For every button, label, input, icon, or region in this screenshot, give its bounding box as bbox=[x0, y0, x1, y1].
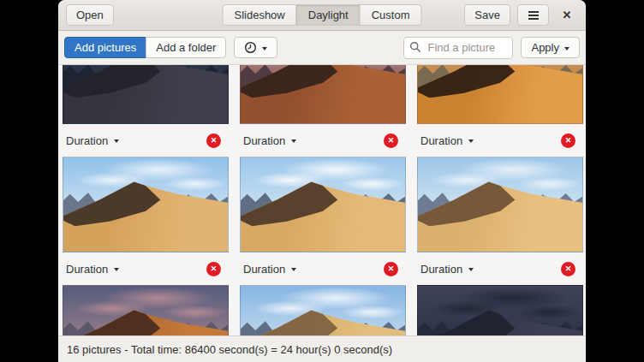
remove-icon: ✕ bbox=[211, 265, 218, 273]
statusbar: 16 pictures - Total time: 86400 second(s… bbox=[58, 335, 586, 362]
save-button[interactable]: Save bbox=[464, 4, 510, 26]
picture-controls: Duration ✕ bbox=[417, 124, 583, 157]
delete-picture-button[interactable]: ✕ bbox=[384, 262, 398, 276]
picture-thumbnail-mojave-evening bbox=[240, 285, 406, 335]
toolbar: Add pictures Add a folder Apply bbox=[58, 31, 586, 65]
search-box bbox=[403, 37, 513, 59]
delete-picture-button[interactable]: ✕ bbox=[206, 262, 221, 276]
apply-button-label: Apply bbox=[531, 41, 559, 54]
remove-icon: ✕ bbox=[565, 137, 572, 145]
picture-thumbnail-mojave-afternoon bbox=[417, 157, 583, 252]
picture-cell: Duration ✕ bbox=[63, 285, 229, 335]
remove-icon: ✕ bbox=[388, 265, 395, 273]
picture-thumbnail-mojave-sunset bbox=[63, 285, 229, 335]
chevron-down-icon bbox=[262, 47, 267, 53]
picture-thumbnail-mojave-sunrise bbox=[417, 65, 583, 124]
delete-picture-button[interactable]: ✕ bbox=[384, 134, 398, 148]
delete-picture-button[interactable]: ✕ bbox=[206, 134, 221, 148]
chevron-down-icon bbox=[468, 139, 474, 145]
picture-controls: Duration ✕ bbox=[240, 252, 406, 285]
headerbar: Open Slideshow Daylight Custom Save ✕ bbox=[58, 0, 586, 31]
picture-cell: Duration ✕ bbox=[240, 157, 406, 285]
delete-picture-button[interactable]: ✕ bbox=[561, 134, 575, 148]
add-buttons-group: Add pictures Add a folder bbox=[64, 37, 226, 58]
remove-icon: ✕ bbox=[211, 137, 218, 145]
picture-thumbnail-mojave-morning bbox=[63, 157, 229, 252]
picture-controls: Duration ✕ bbox=[63, 124, 229, 157]
search-icon bbox=[409, 41, 421, 53]
picture-controls: Duration ✕ bbox=[63, 252, 229, 285]
status-text: 16 pictures - Total time: 86400 second(s… bbox=[67, 343, 392, 356]
picture-thumbnail-mojave-night-2 bbox=[417, 285, 583, 335]
add-pictures-button[interactable]: Add pictures bbox=[64, 37, 146, 58]
picture-controls: Duration ✕ bbox=[417, 252, 583, 285]
picture-cell: Duration ✕ bbox=[417, 157, 583, 285]
picture-controls: Duration ✕ bbox=[240, 124, 406, 157]
tab-slideshow[interactable]: Slideshow bbox=[222, 4, 296, 26]
duration-dropdown[interactable]: Duration bbox=[243, 134, 296, 147]
apply-button[interactable]: Apply bbox=[521, 37, 580, 58]
picture-cell: Duration ✕ bbox=[63, 157, 229, 285]
window-close-button[interactable]: ✕ bbox=[556, 4, 578, 27]
chevron-down-icon bbox=[114, 268, 119, 274]
close-icon: ✕ bbox=[563, 9, 572, 21]
duration-label: Duration bbox=[243, 263, 285, 276]
chevron-down-icon bbox=[291, 139, 296, 145]
picture-cell: Duration ✕ bbox=[240, 65, 406, 157]
duration-label: Duration bbox=[66, 134, 108, 147]
picture-thumbnail-mojave-dawn bbox=[240, 65, 406, 124]
duration-label: Duration bbox=[243, 134, 285, 147]
hamburger-icon bbox=[528, 15, 539, 16]
open-button[interactable]: Open bbox=[66, 4, 114, 26]
delete-picture-button[interactable]: ✕ bbox=[561, 262, 575, 276]
duration-dropdown[interactable]: Duration bbox=[66, 263, 119, 276]
chevron-down-icon bbox=[468, 268, 474, 274]
duration-label: Duration bbox=[420, 134, 462, 147]
pictures-grid: Duration ✕ Duration ✕ bbox=[58, 65, 586, 335]
duration-dropdown[interactable]: Duration bbox=[66, 134, 119, 147]
app-window: Open Slideshow Daylight Custom Save ✕ Ad… bbox=[58, 0, 586, 362]
remove-icon: ✕ bbox=[565, 265, 572, 273]
chevron-down-icon bbox=[114, 139, 119, 145]
picture-thumbnail-mojave-night bbox=[63, 65, 229, 124]
duration-dropdown[interactable]: Duration bbox=[420, 134, 474, 147]
chevron-down-icon bbox=[291, 268, 296, 274]
duration-dropdown[interactable]: Duration bbox=[420, 263, 474, 276]
duration-label: Duration bbox=[66, 263, 108, 276]
headerbar-right: Save ✕ bbox=[464, 4, 578, 27]
pictures-scroll-area[interactable]: Duration ✕ Duration ✕ bbox=[58, 65, 586, 335]
add-folder-button[interactable]: Add a folder bbox=[146, 37, 226, 58]
picture-cell: Duration ✕ bbox=[63, 65, 229, 157]
picture-cell: Duration ✕ bbox=[417, 65, 583, 157]
tab-custom[interactable]: Custom bbox=[360, 4, 422, 26]
chevron-down-icon bbox=[564, 47, 569, 53]
tab-daylight[interactable]: Daylight bbox=[296, 4, 361, 26]
view-switcher: Slideshow Daylight Custom bbox=[222, 4, 421, 26]
remove-icon: ✕ bbox=[388, 137, 395, 145]
picture-cell: Duration ✕ bbox=[417, 285, 583, 335]
picture-cell: Duration ✕ bbox=[240, 285, 406, 335]
menu-button[interactable] bbox=[517, 4, 549, 26]
clock-icon bbox=[244, 41, 257, 54]
duration-dropdown[interactable]: Duration bbox=[243, 263, 296, 276]
picture-thumbnail-mojave-midday bbox=[240, 157, 406, 252]
duration-global-button[interactable] bbox=[234, 37, 277, 58]
duration-label: Duration bbox=[420, 263, 462, 276]
